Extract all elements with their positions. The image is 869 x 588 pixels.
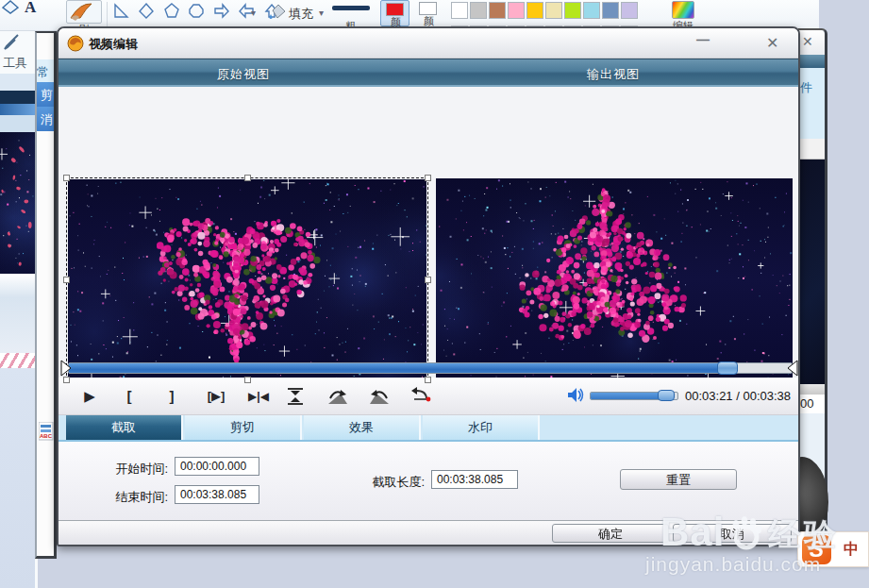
- ribbon-divider: [107, 2, 108, 26]
- shape-diamond-icon[interactable]: [140, 4, 153, 18]
- color1-well[interactable]: 颜: [380, 0, 409, 26]
- play-button[interactable]: ▶: [75, 385, 104, 408]
- screen: A 刷 ▾ 填充 ▾ 粗 颜 颜 编辑: [0, 0, 869, 588]
- selection-handle-ne[interactable]: [425, 175, 431, 181]
- frame-step-button[interactable]: ▶|◀: [241, 385, 276, 408]
- selection-handle-sw[interactable]: [63, 377, 70, 383]
- parent-tab-common[interactable]: 常: [37, 59, 54, 82]
- dialog-title: 视频编辑: [89, 36, 138, 53]
- dialog-titlebar[interactable]: 视频编辑 — ✕: [58, 28, 798, 59]
- tab-capture[interactable]: 截取: [66, 415, 183, 440]
- shape-arrow-right-icon[interactable]: [215, 5, 228, 17]
- palette-swatch[interactable]: [489, 2, 506, 19]
- parent-header-fragment: [798, 55, 825, 68]
- capture-length-input[interactable]: [431, 470, 518, 489]
- brushes-button[interactable]: [66, 0, 102, 24]
- ime-bar[interactable]: S 中: [797, 531, 869, 567]
- eyedropper-icon: [2, 32, 21, 51]
- selection-handle-n[interactable]: [244, 175, 251, 181]
- selection-handle-w[interactable]: [63, 277, 70, 283]
- panel-strip: [0, 74, 35, 91]
- parent-close-button[interactable]: ✕: [802, 34, 813, 49]
- color2-swatch: [419, 2, 437, 15]
- palette-swatch[interactable]: [564, 2, 581, 19]
- shapes-caret-icon[interactable]: ▾: [251, 8, 256, 18]
- sogou-icon[interactable]: S: [802, 535, 831, 564]
- edit-colors-icon[interactable]: [672, 1, 694, 19]
- volume-handle[interactable]: [658, 390, 675, 401]
- mark-in-button[interactable]: [: [115, 385, 143, 408]
- palette-swatch[interactable]: [508, 2, 525, 19]
- reset-button[interactable]: 重置: [620, 469, 737, 490]
- palette-swatch[interactable]: [451, 2, 468, 19]
- tab-effects[interactable]: 效果: [304, 415, 421, 440]
- fill-button[interactable]: 填充: [289, 6, 313, 23]
- original-video-canvas[interactable]: [68, 179, 426, 378]
- tab-cut[interactable]: 剪切: [185, 415, 302, 440]
- trim-start-marker[interactable]: [60, 360, 72, 377]
- minimize-button[interactable]: —: [696, 32, 710, 47]
- output-view-label: 输出视图: [428, 66, 798, 83]
- video-thumbnail[interactable]: [0, 132, 35, 274]
- svg-text:ABC: ABC: [40, 433, 53, 439]
- timeline-dark-strip: [0, 91, 35, 104]
- rotate-ccw-icon[interactable]: [368, 386, 391, 407]
- paint-shape-icon: [2, 0, 19, 14]
- shapes-group[interactable]: [111, 0, 282, 26]
- color2-well[interactable]: 颜: [414, 0, 443, 26]
- text-tool-icon[interactable]: A: [25, 0, 36, 17]
- seek-progress: [69, 363, 727, 374]
- subtitle-abc-icon[interactable]: ABC: [39, 422, 54, 441]
- app-icon: [67, 35, 85, 53]
- seek-handle[interactable]: [717, 361, 738, 375]
- shape-triangle-icon[interactable]: [115, 5, 127, 17]
- palette-swatch[interactable]: [602, 2, 619, 19]
- selection-handle-nw[interactable]: [63, 175, 70, 181]
- shape-octagon-icon[interactable]: [190, 5, 203, 17]
- panel-strip: [0, 115, 35, 132]
- cancel-button[interactable]: 取消: [673, 524, 792, 543]
- parent-slider-fragment[interactable]: [798, 384, 825, 395]
- trim-end-marker[interactable]: [787, 360, 798, 377]
- tab-watermark[interactable]: 水印: [423, 415, 540, 440]
- parent-window-left-sliver: 常 剪 消 ABC: [35, 31, 57, 559]
- selection-handle-s[interactable]: [244, 377, 251, 383]
- parent-titlebar-fragment: ✕: [798, 30, 825, 55]
- close-button[interactable]: ✕: [766, 34, 778, 52]
- palette-swatch[interactable]: [621, 2, 638, 19]
- seek-bar[interactable]: [68, 362, 793, 374]
- end-time-input[interactable]: [175, 485, 259, 504]
- ok-button[interactable]: 确定: [552, 524, 669, 543]
- merge-split-icon[interactable]: [285, 387, 306, 406]
- tools-label: 工具: [3, 55, 27, 72]
- ime-lang-indicator[interactable]: 中: [844, 540, 859, 560]
- crop-selection-box[interactable]: [66, 177, 428, 380]
- original-view-label: 原始视图: [58, 66, 428, 83]
- selection-handle-e[interactable]: [425, 277, 431, 283]
- capture-form: 开始时间: 结束时间: 截取长度: 重置: [58, 442, 798, 520]
- desktop-left-lower: [0, 368, 35, 588]
- shape-pentagon-icon[interactable]: [165, 4, 178, 17]
- palette-swatch[interactable]: [470, 2, 487, 19]
- palette-swatch[interactable]: [545, 2, 562, 19]
- selection-handle-se[interactable]: [425, 377, 431, 383]
- undo-reset-icon[interactable]: [409, 386, 432, 407]
- line-weight-icon: [332, 6, 370, 10]
- preview-area: [58, 87, 798, 362]
- parent-menu-erase[interactable]: 消: [37, 107, 54, 131]
- start-time-input[interactable]: [175, 457, 259, 476]
- rotate-cw-icon[interactable]: [326, 386, 349, 407]
- mark-out-button[interactable]: ]: [158, 385, 186, 408]
- volume-icon[interactable]: [568, 388, 587, 403]
- mini-seekbar[interactable]: [0, 104, 35, 115]
- color1-swatch: [386, 3, 404, 16]
- parent-menu-cut[interactable]: 剪: [37, 82, 54, 107]
- fill-caret-icon[interactable]: ▾: [319, 8, 324, 18]
- time-display: 00:03:21 / 00:03:38: [685, 389, 791, 403]
- end-time-label: 结束时间:: [92, 489, 168, 506]
- parent-video-fragment: [798, 160, 825, 384]
- palette-row[interactable]: [451, 2, 640, 19]
- play-range-button[interactable]: [▶]: [198, 385, 234, 408]
- palette-swatch[interactable]: [583, 2, 600, 19]
- palette-swatch[interactable]: [526, 2, 543, 19]
